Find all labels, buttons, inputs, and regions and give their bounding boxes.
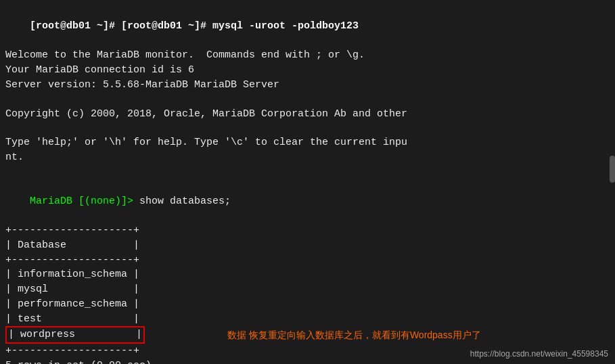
blank-2	[5, 121, 610, 135]
db-command-line: MariaDB [(none)]> show databases;	[5, 179, 610, 223]
welcome-line-1: Welcome to the MariaDB monitor. Commands…	[5, 48, 610, 63]
table-row-mysql: | mysql |	[5, 282, 610, 297]
blank-1	[5, 93, 610, 107]
annotation-text: 数据 恢复重定向输入数据库之后，就看到有Wordpass用户了	[227, 328, 481, 342]
table-row-information-schema: | information_schema |	[5, 267, 610, 282]
table-row-test: | test |	[5, 312, 610, 327]
db-prompt-prefix: MariaDB [(none)]>	[30, 196, 139, 207]
blank-3	[5, 165, 610, 179]
db-command: show databases;	[139, 196, 231, 207]
footer-url: https://blog.csdn.net/weixin_45598345	[470, 349, 608, 359]
table-separator-2: +--------------------+	[5, 253, 610, 268]
copyright-line: Copyright (c) 2000, 2018, Oracle, MariaD…	[5, 107, 610, 122]
rows-count-line: 5 rows in set (0.00 sec)	[5, 359, 610, 364]
table-separator-1: +--------------------+	[5, 223, 610, 238]
prompt-cmd: [root@db01 ~]# mysql -uroot -poldboy123	[121, 20, 359, 32]
version-line: Server version: 5.5.68-MariaDB MariaDB S…	[5, 78, 610, 93]
prompt-line: [root@db01 ~]# [root@db01 ~]# mysql -uro…	[5, 4, 610, 48]
help-line-2: nt.	[5, 150, 610, 165]
table-row-wordpress: | wordpress | 数据 恢复重定向输入数据库之后，就看到有Wordpa…	[5, 326, 610, 344]
help-line-1: Type 'help;' or '\h' for help. Type '\c'…	[5, 135, 610, 150]
scrollbar[interactable]	[610, 156, 615, 183]
prompt-user: [root@db01 ~]#	[30, 20, 121, 32]
conn-id-line: Your MariaDB connection id is 6	[5, 63, 610, 78]
terminal-window: [root@db01 ~]# [root@db01 ~]# mysql -uro…	[0, 0, 615, 364]
table-row-performance-schema: | performance_schema |	[5, 297, 610, 312]
wordpress-cell: | wordpress |	[5, 326, 145, 344]
table-header-row: | Database |	[5, 238, 610, 253]
